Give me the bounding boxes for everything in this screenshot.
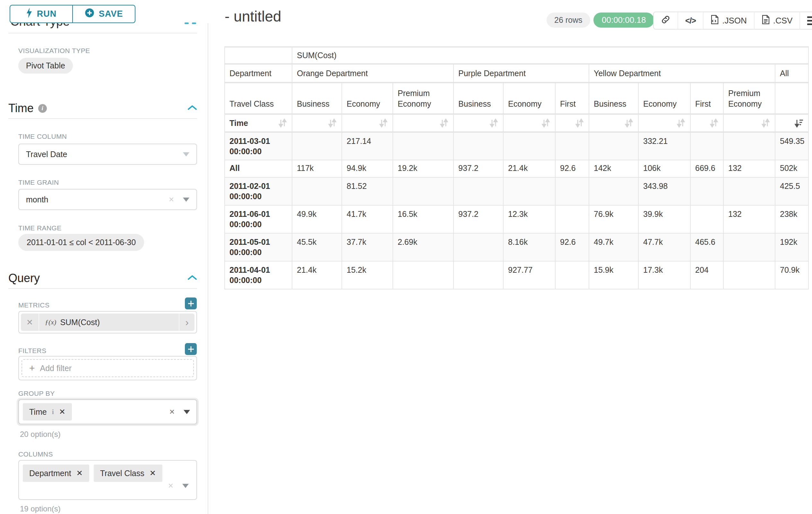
x-icon[interactable]: ✕ (77, 469, 83, 478)
time-column-value: Travel Date (26, 150, 67, 159)
sort-arrows-icon[interactable] (575, 118, 584, 128)
column-group-header: Orange Department (292, 64, 454, 83)
pivot-value-cell: 204 (690, 261, 723, 289)
chevron-up-icon[interactable] (187, 105, 197, 112)
x-icon[interactable]: × (170, 407, 175, 417)
info-icon[interactable]: i (38, 104, 47, 113)
add-filter-plus-button[interactable] (185, 343, 197, 355)
section-divider (8, 33, 197, 33)
sort-header-cell (292, 114, 342, 132)
pivot-value-cell (690, 132, 723, 160)
pivot-value-cell: 8.16k (503, 233, 555, 261)
pivot-value-cell: 549.35 (775, 132, 809, 160)
time-grain-label: TIME GRAIN (18, 179, 59, 186)
pivot-value-cell: 332.21 (638, 132, 690, 160)
column-subheader: Premium Economy (393, 83, 454, 114)
field-tag-label: Time (29, 407, 47, 417)
pivot-value-cell: 192k (775, 233, 809, 261)
time-range-value[interactable]: 2011-01-01 ≤ col < 2011-06-30 (18, 234, 144, 251)
sort-arrows-icon[interactable] (278, 118, 287, 128)
export-json-label: .JSON (722, 16, 747, 26)
field-tag[interactable]: Timei✕ (23, 403, 72, 421)
chevron-right-icon[interactable]: › (179, 314, 195, 331)
sort-arrows-icon[interactable] (327, 118, 337, 128)
table-row: 2011-06-01 00:00:0049.9k41.7k16.5k937.21… (225, 205, 809, 233)
pivot-value-cell: 49.7k (589, 233, 638, 261)
sort-arrows-icon[interactable] (761, 118, 770, 128)
table-row: 2011-03-01 00:00:00217.14332.21549.35 (225, 132, 809, 160)
pivot-value-cell (723, 261, 775, 289)
x-icon[interactable]: × (168, 481, 173, 491)
export-csv-button[interactable]: .CSV (755, 12, 801, 29)
pivot-value-cell: 142k (589, 160, 638, 177)
x-icon[interactable]: ✕ (21, 314, 39, 331)
pivot-value-cell: 132 (723, 160, 775, 177)
pivot-value-cell: 217.14 (342, 132, 393, 160)
pivot-row-label: 2011-06-01 00:00:00 (225, 205, 292, 233)
time-column-select[interactable]: Travel Date (18, 143, 197, 165)
sort-arrows-icon[interactable] (624, 118, 634, 128)
metric-pill[interactable]: ✕ ƒ(x) SUM(Cost) › (21, 314, 195, 331)
sort-header-cell (690, 114, 723, 132)
x-icon[interactable]: ✕ (150, 469, 156, 478)
chevron-down-icon[interactable] (182, 484, 189, 488)
field-tag[interactable]: Department✕ (23, 464, 89, 482)
chevron-up-icon[interactable] (187, 275, 197, 282)
pivot-value-cell: 45.5k (292, 233, 342, 261)
export-json-button[interactable]: .JSON (703, 12, 755, 29)
x-icon[interactable]: × (169, 194, 174, 205)
sort-arrows-icon[interactable] (489, 118, 498, 128)
pivot-value-cell: 92.6 (555, 160, 589, 177)
add-filter-label: Add filter (40, 364, 72, 373)
sort-descending-icon[interactable] (794, 118, 804, 128)
sort-arrows-icon[interactable] (378, 118, 388, 128)
lightning-icon (26, 8, 32, 20)
columns-options-hint: 19 option(s) (20, 504, 61, 513)
pivot-row-label: All (225, 160, 292, 177)
column-subheader: First (690, 83, 723, 114)
sort-header-cell (393, 114, 454, 132)
pivot-corner-cell (225, 47, 292, 64)
sort-header-cell (342, 114, 393, 132)
column-subheader: Business (454, 83, 503, 114)
x-icon[interactable]: ✕ (59, 407, 65, 416)
visualization-type-value[interactable]: Pivot Table (18, 58, 73, 74)
sort-arrows-icon[interactable] (439, 118, 449, 128)
section-divider (8, 118, 197, 119)
sort-arrows-icon[interactable] (541, 118, 550, 128)
field-tag[interactable]: Travel Class✕ (94, 464, 163, 482)
pivot-value-cell (393, 132, 454, 160)
add-filter-button[interactable]: + Add filter (22, 359, 194, 377)
time-grain-select[interactable]: month × (18, 189, 197, 210)
chart-title[interactable]: - untitled (225, 8, 281, 25)
info-icon[interactable]: i (52, 408, 54, 416)
pivot-table: SUM(Cost)DepartmentOrange DepartmentPurp… (224, 46, 809, 290)
pivot-row-label: 2011-04-01 00:00:00 (225, 261, 292, 289)
copy-link-button[interactable] (654, 12, 678, 29)
chevron-up-icon (184, 23, 189, 24)
pivot-value-cell (555, 177, 589, 205)
chevron-down-icon[interactable] (183, 152, 190, 157)
time-header-cell: Time (225, 114, 292, 132)
menu-button[interactable] (800, 12, 812, 29)
pivot-value-cell (589, 177, 638, 205)
columns-label: COLUMNS (18, 451, 53, 458)
add-metric-button[interactable] (185, 297, 197, 309)
chevron-down-icon[interactable] (183, 410, 190, 414)
sort-header-cell (555, 114, 589, 132)
sort-arrows-icon[interactable] (709, 118, 719, 128)
group-by-label: GROUP BY (18, 390, 55, 397)
group-by-select[interactable]: Timei✕ × (18, 399, 197, 424)
pivot-value-cell (723, 132, 775, 160)
columns-select[interactable]: Department✕Travel Class✕ × (18, 460, 197, 500)
visualization-type-label: VISUALIZATION TYPE (18, 47, 90, 55)
embed-code-button[interactable]: </> (678, 12, 703, 29)
metrics-label: METRICS (18, 301, 50, 309)
run-button[interactable]: RUN (10, 5, 73, 23)
time-range-label: TIME RANGE (18, 224, 62, 232)
save-button[interactable]: SAVE (72, 5, 136, 23)
column-subheader: Economy (342, 83, 393, 114)
chevron-down-icon[interactable] (183, 197, 190, 202)
sort-arrows-icon[interactable] (676, 118, 686, 128)
query-timer-badge: 00:00:00.18 (593, 12, 654, 28)
